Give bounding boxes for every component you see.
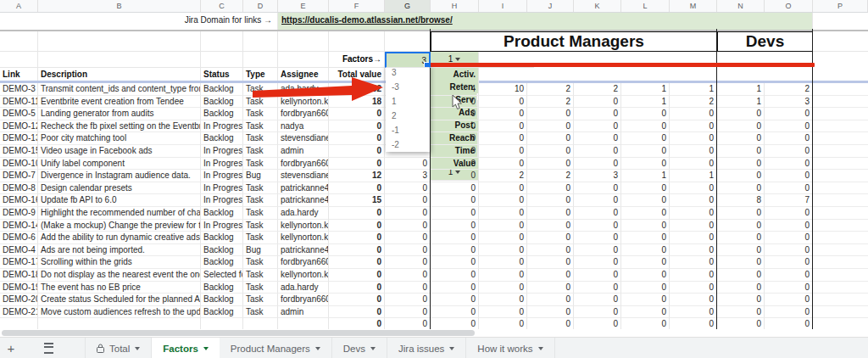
cell-link[interactable]: DEMO-8 (0, 182, 38, 195)
cell-status[interactable]: Backlog (201, 96, 243, 109)
cell-score[interactable]: 1 (717, 96, 765, 109)
cell-empty[interactable] (813, 306, 868, 319)
cell-score[interactable]: 0 (574, 108, 621, 120)
cell-empty[interactable] (243, 52, 278, 68)
cell-score[interactable]: 0 (765, 244, 813, 257)
cell-link[interactable]: DEMO-3 (0, 83, 38, 96)
scrollbar-thumb[interactable] (2, 330, 475, 336)
cell-empty[interactable] (813, 256, 868, 269)
cell-score[interactable]: 0 (574, 282, 621, 294)
cell-empty[interactable] (813, 232, 868, 244)
cell-factor-score[interactable]: 0 (385, 207, 431, 220)
cell-score[interactable]: 7 (765, 194, 813, 207)
cell-empty[interactable] (813, 13, 868, 30)
dropdown-option-2[interactable]: 2 (386, 109, 430, 123)
cell-description[interactable]: Highlight the recommended number of char… (38, 207, 201, 220)
cell-total-value[interactable]: 0 (329, 120, 385, 133)
cell-type[interactable]: Task (243, 294, 278, 306)
cell-total-value[interactable]: 0 (329, 282, 385, 294)
dropdown-option-1[interactable]: 1 (386, 94, 430, 109)
cell-assignee[interactable]: stevensdiane23 (278, 170, 329, 182)
cell-score[interactable]: 0 (717, 108, 765, 120)
cell-empty[interactable] (278, 52, 329, 68)
cell-type[interactable]: Bug (243, 170, 278, 182)
cell-type[interactable]: Task (243, 120, 278, 133)
cell-empty[interactable] (385, 31, 431, 52)
cell-empty[interactable] (329, 31, 385, 52)
column-header-K[interactable]: K (574, 0, 621, 12)
cell-score[interactable]: 0 (479, 306, 527, 319)
cell-score[interactable]: 1 (621, 96, 670, 109)
cell-score[interactable]: 0 (621, 132, 670, 145)
cell-score[interactable]: 0 (431, 132, 479, 145)
cell-score[interactable]: 0 (431, 220, 479, 232)
cell-status[interactable]: In Progress (201, 170, 243, 182)
cell-description[interactable]: Create status Scheduled for the planned … (38, 294, 201, 306)
cell-score[interactable]: 0 (479, 182, 527, 195)
cell-empty[interactable] (813, 207, 868, 220)
tab-factors[interactable]: Factors (152, 338, 220, 358)
cell-empty[interactable] (201, 31, 243, 52)
cell-score[interactable]: 2 (527, 83, 574, 96)
cell-empty[interactable] (813, 182, 868, 195)
cell-empty[interactable] (243, 31, 278, 52)
cell-assignee[interactable]: kellynorton.kelly (278, 220, 329, 232)
cell-score[interactable]: 0 (479, 232, 527, 244)
cell-score[interactable]: 0 (574, 145, 621, 158)
cell-assignee[interactable]: ada.hardy (278, 282, 329, 294)
cell-score[interactable]: 0 (479, 207, 527, 220)
cell-score[interactable]: 0 (670, 132, 717, 145)
cell-total-value[interactable]: 0 (329, 220, 385, 232)
cell-score[interactable]: 0 (479, 269, 527, 282)
cell-score[interactable]: 3 (574, 170, 621, 182)
cell-score[interactable]: 0 (431, 194, 479, 207)
add-sheet-button[interactable]: + (0, 338, 22, 358)
cell-empty[interactable] (479, 68, 534, 81)
cell-score[interactable]: 1 (670, 83, 717, 96)
cell-total-value[interactable]: 0 (329, 132, 385, 145)
column-header-L[interactable]: L (621, 0, 670, 12)
cell-description[interactable]: Unify label component (38, 158, 201, 171)
cell-assignee[interactable]: nadya (278, 120, 329, 133)
cell-status[interactable]: Backlog (201, 108, 243, 120)
cell-total-value[interactable]: 0 (329, 306, 385, 319)
cell-link[interactable]: DEMO-10 (0, 158, 38, 171)
all-sheets-button[interactable] (37, 338, 59, 358)
cell-type[interactable]: Task (243, 158, 278, 171)
cell-score[interactable]: 0 (717, 182, 765, 195)
cell-status[interactable]: Selected fo (201, 269, 243, 282)
cell-score[interactable]: 0 (765, 256, 813, 269)
cell-status[interactable]: In Progress (201, 145, 243, 158)
cell-type[interactable]: Task (243, 282, 278, 294)
cell-score[interactable]: 0 (765, 145, 813, 158)
cell-score[interactable]: 0 (574, 269, 621, 282)
cell-factor-score[interactable]: 0 (385, 256, 431, 269)
cell-empty[interactable] (813, 83, 868, 96)
cell-score[interactable]: 0 (527, 207, 574, 220)
cell-assignee[interactable]: admin (278, 306, 329, 319)
cell-score[interactable]: 0 (621, 294, 670, 306)
cell-score[interactable]: 0 (527, 306, 574, 319)
cell-link[interactable]: DEMO-6 (0, 232, 38, 244)
cell-score[interactable]: 0 (574, 244, 621, 257)
cell-score[interactable]: 0 (765, 108, 813, 120)
cell-type[interactable]: Task (243, 220, 278, 232)
cell-empty[interactable] (813, 158, 868, 171)
cell-factor-score[interactable]: 0 (385, 194, 431, 207)
cell-score[interactable]: 0 (527, 244, 574, 257)
cell-score[interactable]: 0 (717, 294, 765, 306)
cell-score[interactable]: 0 (621, 282, 670, 294)
cell-assignee[interactable]: fordbryan660 (278, 256, 329, 269)
cell-total-value[interactable]: 0 (329, 256, 385, 269)
cell-score[interactable]: 0 (431, 96, 479, 109)
cell-link[interactable]: DEMO-16 (0, 194, 38, 207)
cell-link[interactable]: DEMO-12 (0, 120, 38, 133)
cell-description[interactable]: Landing generator from audits (38, 108, 201, 120)
cell-score[interactable]: 0 (670, 194, 717, 207)
cell-score[interactable]: 0 (479, 96, 527, 109)
cell-score[interactable]: 0 (574, 120, 621, 133)
header-type[interactable]: Type (243, 68, 278, 81)
cell-score[interactable]: 0 (431, 232, 479, 244)
column-header-I[interactable]: I (479, 0, 527, 12)
cell-description[interactable]: Divergence in Instagram audience data. (38, 170, 201, 182)
